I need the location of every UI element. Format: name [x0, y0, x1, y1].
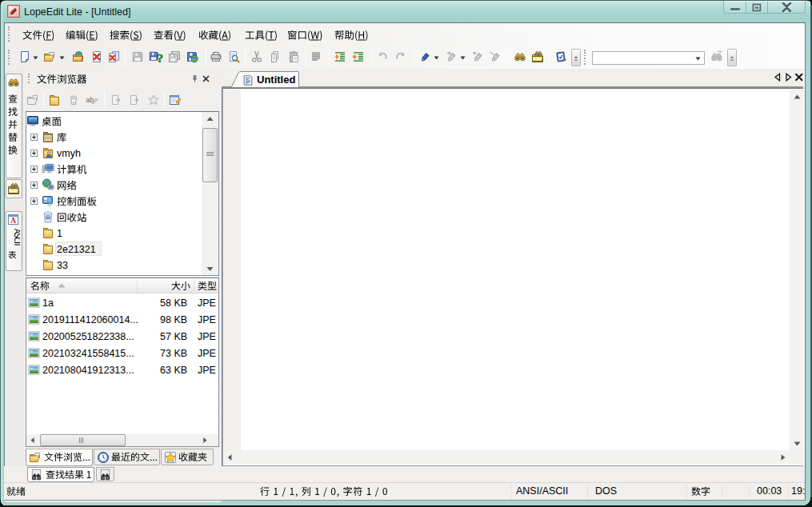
svg-text:A: A — [10, 216, 17, 225]
svg-text:?: ? — [157, 51, 163, 63]
